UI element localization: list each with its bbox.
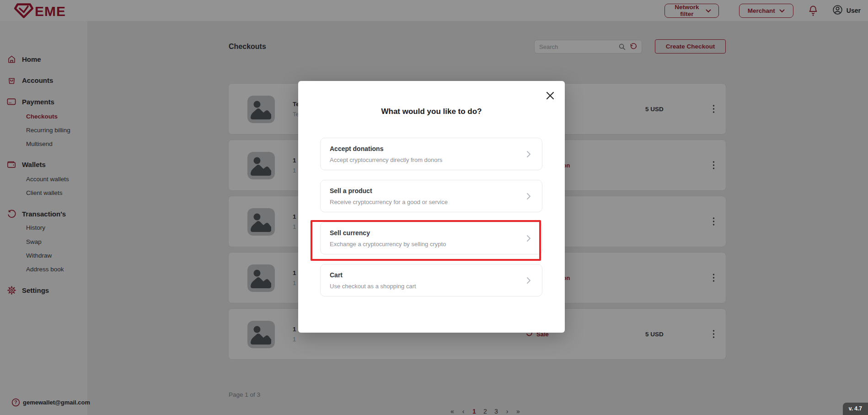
modal-option-accept-donations[interactable]: Accept donations Accept cryptocurrency d… (320, 138, 542, 170)
option-title: Sell currency (330, 229, 514, 237)
modal-option-sell-a-product[interactable]: Sell a product Receive cryptocurrency fo… (320, 180, 542, 212)
modal-option-cart[interactable]: Cart Use checkout as a shopping cart (320, 264, 542, 296)
chevron-right-icon (526, 151, 531, 158)
chevron-right-icon (526, 277, 531, 284)
modal-dialog: What would you like to do? Accept donati… (298, 81, 565, 333)
option-subtitle: Use checkout as a shopping cart (330, 283, 514, 290)
option-subtitle: Exchange a cryptocurrency by selling cry… (330, 241, 514, 248)
option-subtitle: Receive cryptocurrency for a good or ser… (330, 199, 514, 205)
chevron-right-icon (526, 235, 531, 242)
option-title: Cart (330, 271, 514, 279)
option-title: Sell a product (330, 187, 514, 194)
modal-option-sell-currency[interactable]: Sell currency Exchange a cryptocurrency … (320, 222, 542, 254)
modal-title: What would you like to do? (298, 107, 565, 116)
option-title: Accept donations (330, 145, 514, 152)
chevron-right-icon (526, 193, 531, 200)
modal-options: Accept donations Accept cryptocurrency d… (320, 138, 542, 306)
option-subtitle: Accept cryptocurrency directly from dono… (330, 156, 514, 163)
version-badge: v. 4.7 (843, 403, 868, 415)
close-icon[interactable] (545, 90, 556, 101)
